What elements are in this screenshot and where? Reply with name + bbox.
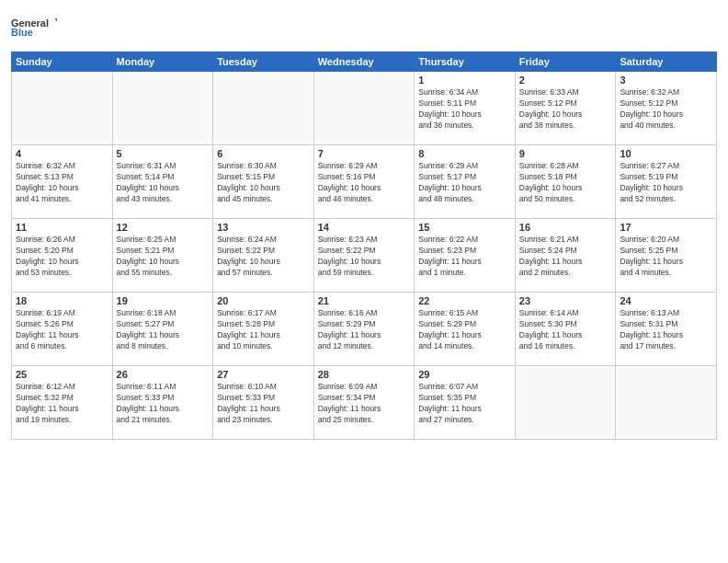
calendar-cell [12,72,113,145]
page-header: General Blue [11,9,717,46]
week-row-1: 4Sunrise: 6:32 AMSunset: 5:13 PMDaylight… [12,145,717,219]
calendar-cell: 14Sunrise: 6:23 AMSunset: 5:22 PMDayligh… [313,219,415,293]
day-info: Sunrise: 6:16 AMSunset: 5:29 PMDaylight:… [318,308,411,352]
day-number: 4 [16,148,108,159]
calendar-table: SundayMondayTuesdayWednesdayThursdayFrid… [11,52,717,440]
day-info: Sunrise: 6:27 AMSunset: 5:19 PMDaylight:… [620,161,712,205]
calendar-cell: 27Sunrise: 6:10 AMSunset: 5:33 PMDayligh… [213,366,314,440]
day-number: 8 [418,148,511,159]
week-row-0: 1Sunrise: 6:34 AMSunset: 5:11 PMDaylight… [12,72,717,145]
calendar-cell: 5Sunrise: 6:31 AMSunset: 5:14 PMDaylight… [112,145,213,219]
calendar-cell: 28Sunrise: 6:09 AMSunset: 5:34 PMDayligh… [313,366,415,440]
day-info: Sunrise: 6:19 AMSunset: 5:26 PMDaylight:… [16,308,108,352]
calendar-cell: 26Sunrise: 6:11 AMSunset: 5:33 PMDayligh… [112,366,213,440]
day-header-saturday: Saturday [616,52,717,72]
calendar-cell: 10Sunrise: 6:27 AMSunset: 5:19 PMDayligh… [616,145,717,219]
day-header-monday: Monday [112,52,213,72]
day-header-friday: Friday [515,52,616,72]
day-number: 17 [620,222,712,233]
day-number: 3 [620,75,712,86]
day-info: Sunrise: 6:23 AMSunset: 5:22 PMDaylight:… [318,235,411,279]
day-info: Sunrise: 6:33 AMSunset: 5:12 PMDaylight:… [519,87,612,132]
day-header-tuesday: Tuesday [213,52,314,72]
calendar-cell: 7Sunrise: 6:29 AMSunset: 5:16 PMDaylight… [313,145,415,219]
calendar-cell: 29Sunrise: 6:07 AMSunset: 5:35 PMDayligh… [415,366,516,440]
day-info: Sunrise: 6:32 AMSunset: 5:12 PMDaylight:… [620,87,712,132]
day-number: 28 [318,369,411,380]
day-number: 9 [519,148,612,159]
day-number: 5 [117,148,210,159]
day-info: Sunrise: 6:28 AMSunset: 5:18 PMDaylight:… [519,161,612,205]
calendar-cell: 17Sunrise: 6:20 AMSunset: 5:25 PMDayligh… [616,219,717,293]
calendar-cell: 4Sunrise: 6:32 AMSunset: 5:13 PMDaylight… [12,145,113,219]
svg-marker-2 [55,18,58,26]
calendar-cell: 11Sunrise: 6:26 AMSunset: 5:20 PMDayligh… [12,219,113,293]
calendar-cell: 25Sunrise: 6:12 AMSunset: 5:32 PMDayligh… [12,366,113,440]
week-row-2: 11Sunrise: 6:26 AMSunset: 5:20 PMDayligh… [12,219,717,293]
calendar-cell: 13Sunrise: 6:24 AMSunset: 5:22 PMDayligh… [213,219,314,293]
week-row-4: 25Sunrise: 6:12 AMSunset: 5:32 PMDayligh… [12,366,717,440]
calendar-cell: 6Sunrise: 6:30 AMSunset: 5:15 PMDaylight… [213,145,314,219]
day-number: 7 [318,148,411,159]
calendar-cell: 1Sunrise: 6:34 AMSunset: 5:11 PMDaylight… [415,72,516,145]
day-info: Sunrise: 6:14 AMSunset: 5:30 PMDaylight:… [519,308,612,352]
day-number: 26 [117,369,210,380]
day-number: 6 [217,148,310,159]
calendar-cell: 24Sunrise: 6:13 AMSunset: 5:31 PMDayligh… [616,293,717,366]
calendar-cell: 23Sunrise: 6:14 AMSunset: 5:30 PMDayligh… [515,293,616,366]
day-info: Sunrise: 6:09 AMSunset: 5:34 PMDaylight:… [318,382,411,426]
day-number: 18 [16,295,108,306]
day-info: Sunrise: 6:22 AMSunset: 5:23 PMDaylight:… [418,235,511,279]
day-info: Sunrise: 6:18 AMSunset: 5:27 PMDaylight:… [117,308,210,352]
calendar-cell [112,72,213,145]
calendar-cell: 22Sunrise: 6:15 AMSunset: 5:29 PMDayligh… [415,293,516,366]
calendar-cell: 16Sunrise: 6:21 AMSunset: 5:24 PMDayligh… [515,219,616,293]
day-number: 24 [620,295,712,306]
day-info: Sunrise: 6:34 AMSunset: 5:11 PMDaylight:… [418,87,511,132]
day-number: 22 [418,295,511,306]
calendar-cell [313,72,415,145]
calendar-cell [213,72,314,145]
day-number: 2 [519,75,612,86]
day-info: Sunrise: 6:07 AMSunset: 5:35 PMDaylight:… [418,382,511,426]
day-number: 23 [519,295,612,306]
day-number: 15 [418,222,511,233]
calendar-cell: 2Sunrise: 6:33 AMSunset: 5:12 PMDaylight… [515,72,616,145]
day-info: Sunrise: 6:26 AMSunset: 5:20 PMDaylight:… [16,235,108,279]
day-info: Sunrise: 6:24 AMSunset: 5:22 PMDaylight:… [217,235,310,279]
svg-text:Blue: Blue [11,27,33,38]
day-number: 11 [16,222,108,233]
day-number: 14 [318,222,411,233]
day-info: Sunrise: 6:32 AMSunset: 5:13 PMDaylight:… [16,161,108,205]
day-number: 25 [16,369,108,380]
day-number: 12 [117,222,210,233]
calendar-cell: 9Sunrise: 6:28 AMSunset: 5:18 PMDaylight… [515,145,616,219]
day-info: Sunrise: 6:10 AMSunset: 5:33 PMDaylight:… [217,382,310,426]
calendar-cell [616,366,717,440]
calendar-body: 1Sunrise: 6:34 AMSunset: 5:11 PMDaylight… [12,72,717,440]
calendar-cell: 20Sunrise: 6:17 AMSunset: 5:28 PMDayligh… [213,293,314,366]
calendar-header: SundayMondayTuesdayWednesdayThursdayFrid… [12,52,717,72]
week-row-3: 18Sunrise: 6:19 AMSunset: 5:26 PMDayligh… [12,293,717,366]
calendar-cell: 8Sunrise: 6:29 AMSunset: 5:17 PMDaylight… [415,145,516,219]
day-info: Sunrise: 6:29 AMSunset: 5:17 PMDaylight:… [418,161,511,205]
day-info: Sunrise: 6:21 AMSunset: 5:24 PMDaylight:… [519,235,612,279]
day-info: Sunrise: 6:15 AMSunset: 5:29 PMDaylight:… [418,308,511,352]
day-number: 29 [418,369,511,380]
day-info: Sunrise: 6:30 AMSunset: 5:15 PMDaylight:… [217,161,310,205]
day-number: 10 [620,148,712,159]
day-number: 27 [217,369,310,380]
logo-icon: General Blue [11,9,57,46]
day-info: Sunrise: 6:25 AMSunset: 5:21 PMDaylight:… [117,235,210,279]
day-info: Sunrise: 6:31 AMSunset: 5:14 PMDaylight:… [117,161,210,205]
day-header-thursday: Thursday [415,52,516,72]
day-header-wednesday: Wednesday [313,52,415,72]
calendar-cell: 19Sunrise: 6:18 AMSunset: 5:27 PMDayligh… [112,293,213,366]
day-header-sunday: Sunday [12,52,113,72]
calendar-cell: 12Sunrise: 6:25 AMSunset: 5:21 PMDayligh… [112,219,213,293]
day-number: 20 [217,295,310,306]
day-number: 13 [217,222,310,233]
day-info: Sunrise: 6:12 AMSunset: 5:32 PMDaylight:… [16,382,108,426]
calendar-cell: 3Sunrise: 6:32 AMSunset: 5:12 PMDaylight… [616,72,717,145]
day-info: Sunrise: 6:20 AMSunset: 5:25 PMDaylight:… [620,235,712,279]
